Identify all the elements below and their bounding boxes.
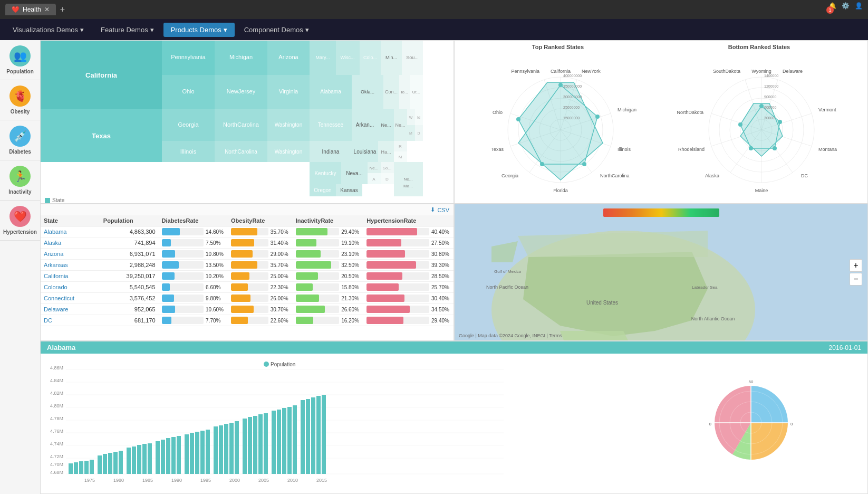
table-row[interactable]: Arkansas2,988,248 13.50% 35.70% 32.50% 3…: [41, 260, 454, 271]
svg-text:Population: Population: [271, 362, 295, 367]
sidebar-item-hypertension[interactable]: ❤️ Hypertension: [0, 201, 40, 241]
cell-population: 39,250,017: [100, 271, 159, 282]
cell-diabetes: 14.60%: [159, 226, 228, 238]
svg-text:NorthCarolina: NorthCarolina: [223, 121, 259, 128]
svg-text:2005: 2005: [258, 478, 269, 483]
cell-diabetes: 13.50%: [159, 260, 228, 271]
svg-text:Illinois: Illinois: [180, 148, 197, 155]
data-table: State Population DiabetesRate ObesityRat…: [41, 215, 454, 326]
svg-point-99: [759, 104, 764, 108]
svg-text:400000000: 400000000: [563, 74, 582, 78]
settings-icon[interactable]: ⚙️: [842, 2, 850, 17]
svg-text:350000000: 350000000: [563, 84, 582, 88]
svg-rect-159: [90, 460, 94, 474]
table-row[interactable]: Alabama4,863,300 14.60% 35.70% 29.40% 40…: [41, 226, 454, 238]
svg-text:15000000: 15000000: [563, 116, 580, 120]
svg-text:Pennsylvania: Pennsylvania: [511, 69, 539, 74]
cell-inactivity: 19.10%: [293, 238, 363, 249]
nav-item-products[interactable]: Products Demos ▾: [163, 23, 235, 37]
svg-text:4.76M: 4.76M: [50, 429, 63, 434]
svg-rect-186: [248, 417, 252, 474]
cell-hypertension: 25.70%: [363, 282, 454, 293]
svg-point-101: [773, 146, 777, 150]
zoom-out-button[interactable]: −: [850, 273, 862, 286]
svg-text:Ohio: Ohio: [182, 88, 194, 94]
svg-rect-185: [243, 419, 247, 474]
cell-hypertension: 40.40%: [363, 226, 454, 238]
svg-text:Georgia: Georgia: [501, 173, 518, 178]
svg-rect-178: [200, 431, 205, 474]
cell-inactivity: 21.30%: [293, 293, 363, 304]
svg-text:Florida: Florida: [553, 188, 568, 193]
svg-text:Arkan...: Arkan...: [356, 122, 374, 128]
profile-icon[interactable]: 👤: [855, 2, 863, 17]
cell-population: 741,894: [100, 238, 159, 249]
cell-population: 4,863,300: [100, 226, 159, 238]
svg-text:Delaware: Delaware: [783, 69, 803, 74]
svg-text:Pennsylvania: Pennsylvania: [171, 54, 206, 60]
cell-hypertension: 30.80%: [363, 249, 454, 260]
cell-population: 952,065: [100, 304, 159, 315]
table-row[interactable]: California39,250,017 10.20% 25.00% 20.50…: [41, 271, 454, 282]
browser-bar: ❤️ Health ✕ + 🔔1 ⚙️ 👤: [0, 0, 868, 19]
cell-obesity: 25.00%: [228, 271, 293, 282]
svg-rect-173: [171, 437, 176, 474]
population-label: Population: [6, 69, 34, 74]
nav-item-feature[interactable]: Feature Demos ▾: [93, 23, 161, 37]
treemap-svg: California Pennsylvania Michigan Arizona…: [41, 41, 454, 196]
svg-text:1990: 1990: [171, 478, 182, 483]
browser-tab-health[interactable]: ❤️ Health ✕: [5, 4, 56, 15]
svg-text:NorthCarolina: NorthCarolina: [225, 149, 257, 155]
svg-text:1995: 1995: [200, 478, 211, 483]
inactivity-icon: 🏃: [9, 166, 31, 187]
svg-rect-171: [161, 440, 165, 474]
svg-text:2010: 2010: [287, 478, 298, 483]
table-row[interactable]: Delaware952,065 10.60% 30.70% 26.60% 34.…: [41, 304, 454, 315]
svg-text:A: A: [372, 177, 375, 182]
tab-close-button[interactable]: ✕: [44, 6, 50, 13]
chevron-down-icon: ▾: [80, 26, 84, 34]
cell-obesity: 35.70%: [228, 226, 293, 238]
radar-svg-bottom: Wyoming Vermont DC Alaska NorthDakota So…: [677, 61, 846, 193]
cell-state: DC: [41, 315, 100, 326]
svg-text:North Atlantic Ocean: North Atlantic Ocean: [691, 316, 735, 321]
notification-icon[interactable]: 🔔1: [828, 2, 836, 17]
sidebar-item-inactivity[interactable]: 🏃 Inactivity: [0, 160, 40, 201]
new-tab-button[interactable]: +: [60, 5, 65, 14]
nav-label-products: Products Demos: [171, 26, 221, 34]
cell-diabetes: 9.80%: [159, 293, 228, 304]
svg-text:4.72M: 4.72M: [50, 454, 63, 459]
svg-rect-179: [206, 430, 210, 474]
radar-top-title: Top Ranked States: [532, 44, 584, 50]
csv-button[interactable]: ⬇ CSV: [430, 206, 449, 213]
sidebar-item-population[interactable]: 👥 Population: [0, 40, 40, 80]
sidebar-item-obesity[interactable]: 🫀 Obesity: [0, 80, 40, 120]
svg-text:Ne...: Ne...: [404, 177, 413, 182]
cell-hypertension: 27.50%: [363, 238, 454, 249]
table-row[interactable]: Connecticut3,576,452 9.80% 26.00% 21.30%…: [41, 293, 454, 304]
table-scroll[interactable]: State Population DiabetesRate ObesityRat…: [41, 215, 454, 326]
zoom-in-button[interactable]: +: [850, 259, 862, 272]
svg-marker-122: [560, 331, 634, 340]
nav-item-visualizations[interactable]: Visualizations Demos ▾: [5, 23, 91, 37]
table-row[interactable]: Arizona6,931,071 10.80% 29.00% 23.10% 30…: [41, 249, 454, 260]
table-row[interactable]: Alaska741,894 7.50% 31.40% 19.10% 27.50%: [41, 238, 454, 249]
population-icon: 👥: [9, 45, 31, 66]
svg-text:Washington: Washington: [275, 149, 302, 155]
cell-obesity: 22.60%: [228, 315, 293, 326]
cell-diabetes: 10.80%: [159, 249, 228, 260]
sidebar-item-diabetes[interactable]: 💉 Diabetes: [0, 120, 40, 160]
svg-text:M: M: [399, 155, 402, 159]
chevron-down-icon-2: ▾: [150, 26, 154, 34]
nav-item-component[interactable]: Component Demos ▾: [237, 23, 316, 37]
cell-obesity: 35.70%: [228, 260, 293, 271]
svg-text:4.82M: 4.82M: [50, 391, 63, 396]
map-legend-bar: [603, 208, 719, 217]
main-container: 👥 Population 🫀 Obesity 💉 Diabetes 🏃 Inac…: [0, 40, 868, 494]
svg-rect-166: [132, 446, 136, 474]
table-row[interactable]: Colorado5,540,545 6.60% 22.30% 15.80% 25…: [41, 282, 454, 293]
cell-inactivity: 26.60%: [293, 304, 363, 315]
cell-hypertension: 39.30%: [363, 260, 454, 271]
table-row[interactable]: DC681,170 7.70% 22.60% 16.20% 29.40%: [41, 315, 454, 326]
svg-text:Arizona: Arizona: [278, 54, 298, 60]
